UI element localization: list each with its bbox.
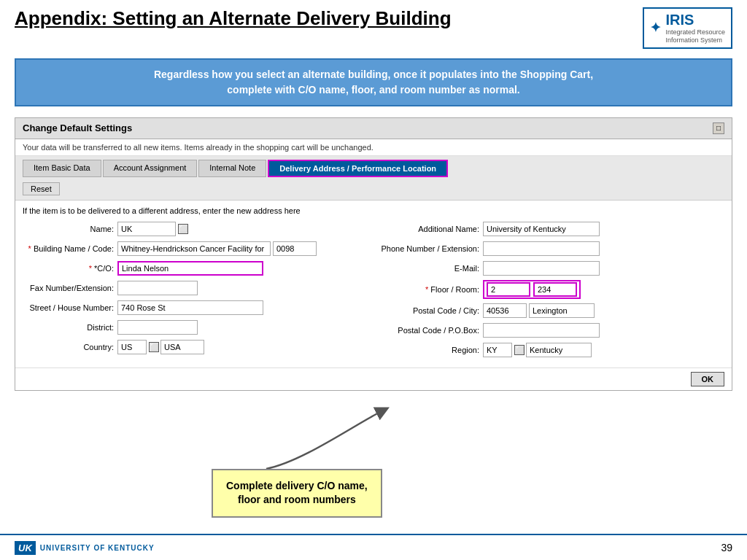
floor-row: Floor / Room: (381, 280, 724, 299)
email-label: E-Mail: (381, 264, 483, 273)
reset-row: Reset (15, 177, 732, 201)
floor-label: Floor / Room: (381, 285, 483, 294)
tab-account-assignment[interactable]: Account Assignment (103, 160, 198, 177)
addname-row: Additional Name: (381, 221, 724, 237)
form-instruction: If the item is to be delivered to a diff… (23, 206, 724, 215)
floor-highlight (483, 280, 581, 299)
form-left: Name: ⬜ Building Name / Code: *C/O: (23, 221, 374, 362)
country-copy-icon[interactable]: ⬜ (149, 342, 159, 352)
country-name-input[interactable] (160, 340, 204, 354)
tab-item-basic-data[interactable]: Item Basic Data (23, 160, 101, 177)
ok-row: OK (15, 368, 732, 390)
name-row: Name: ⬜ (23, 221, 374, 237)
phone-row: Phone Number / Extension: (381, 241, 724, 257)
name-input[interactable] (117, 222, 176, 236)
reset-button[interactable]: Reset (23, 182, 60, 195)
arrow-svg (259, 403, 390, 476)
iris-logo: ✦ IRIS Integrated Resource Information S… (643, 7, 732, 49)
header: Appendix: Setting an Alternate Delivery … (0, 0, 747, 52)
iris-icon: ✦ (650, 20, 661, 36)
postal-row: Postal Code / City: (381, 303, 724, 319)
tab-internal-note[interactable]: Internal Note (198, 160, 266, 177)
name-label: Name: (23, 225, 117, 233)
logo-subtext: Integrated Resource Information System (665, 28, 725, 44)
street-label: Street / House Number: (23, 303, 117, 312)
addname-input[interactable] (483, 222, 600, 236)
building-code-input[interactable] (273, 241, 317, 256)
email-input[interactable] (483, 261, 600, 276)
form-body: If the item is to be delivered to a diff… (15, 201, 732, 368)
addname-label: Additional Name: (381, 225, 483, 233)
country-row: Country: ⬜ (23, 339, 374, 355)
co-input[interactable] (117, 261, 263, 276)
fax-row: Fax Number/Extension: (23, 280, 374, 296)
footer-uk: UK UNIVERSITY OF KENTUCKY (15, 541, 155, 555)
tabs-row: Item Basic Data Account Assignment Inter… (15, 156, 732, 177)
building-row: Building Name / Code: (23, 241, 374, 257)
co-row: *C/O: (23, 260, 374, 276)
region-row: Region: ⬜ (381, 342, 724, 358)
room-input[interactable] (533, 282, 577, 297)
form-columns: Name: ⬜ Building Name / Code: *C/O: (23, 221, 724, 362)
fax-input[interactable] (117, 281, 198, 295)
email-row: E-Mail: (381, 260, 724, 276)
fax-label: Fax Number/Extension: (23, 284, 117, 292)
banner-text: Regardless how you select an alternate b… (31, 67, 716, 98)
region-code-input[interactable] (483, 343, 512, 357)
region-copy-icon[interactable]: ⬜ (514, 345, 525, 355)
district-row: District: (23, 319, 374, 335)
callout-box: Complete delivery C/O name,floor and roo… (212, 469, 382, 518)
street-input[interactable] (117, 300, 263, 315)
region-label: Region: (381, 346, 483, 354)
phone-input[interactable] (483, 241, 600, 256)
floor-input[interactable] (487, 282, 530, 297)
form-right: Additional Name: Phone Number / Extensio… (381, 221, 724, 362)
postal-code-input[interactable] (483, 303, 527, 318)
postal-label: Postal Code / City: (381, 306, 483, 315)
ok-button[interactable]: OK (691, 372, 725, 386)
region-name-input[interactable] (526, 343, 592, 357)
dialog-titlebar: Change Default Settings □ (15, 118, 732, 139)
dialog-subtitle: Your data will be transferred to all new… (15, 139, 732, 156)
postal-city-input[interactable] (529, 303, 595, 318)
dialog-title: Change Default Settings (23, 122, 132, 133)
country-label: Country: (23, 343, 117, 351)
co-label: *C/O: (23, 264, 117, 273)
tab-delivery-address[interactable]: Delivery Address / Performance Location (268, 160, 448, 177)
district-label: District: (23, 323, 117, 332)
page-number: 39 (721, 542, 732, 553)
iris-text: IRIS (665, 12, 725, 28)
postalpo-input[interactable] (483, 323, 600, 338)
dialog-close-button[interactable]: □ (713, 122, 724, 134)
dialog: Change Default Settings □ Your data will… (15, 117, 732, 391)
logo-area: ✦ IRIS Integrated Resource Information S… (643, 7, 732, 49)
postalpo-row: Postal Code / P.O.Box: (381, 322, 724, 338)
uk-university-text: UNIVERSITY OF KENTUCKY (40, 544, 155, 552)
street-row: Street / House Number: (23, 300, 374, 316)
building-name-input[interactable] (117, 241, 271, 256)
uk-badge: UK (15, 541, 36, 555)
building-label: Building Name / Code: (23, 244, 117, 253)
phone-label: Phone Number / Extension: (381, 244, 483, 253)
country-code-input[interactable] (117, 340, 147, 354)
district-input[interactable] (117, 320, 198, 335)
info-banner: Regardless how you select an alternate b… (15, 58, 732, 106)
postalpo-label: Postal Code / P.O.Box: (381, 326, 483, 335)
callout-text: Complete delivery C/O name,floor and roo… (226, 480, 368, 506)
page-title: Appendix: Setting an Alternate Delivery … (15, 7, 628, 30)
footer: UK UNIVERSITY OF KENTUCKY 39 (0, 534, 747, 560)
copy-icon[interactable]: ⬜ (178, 224, 188, 234)
